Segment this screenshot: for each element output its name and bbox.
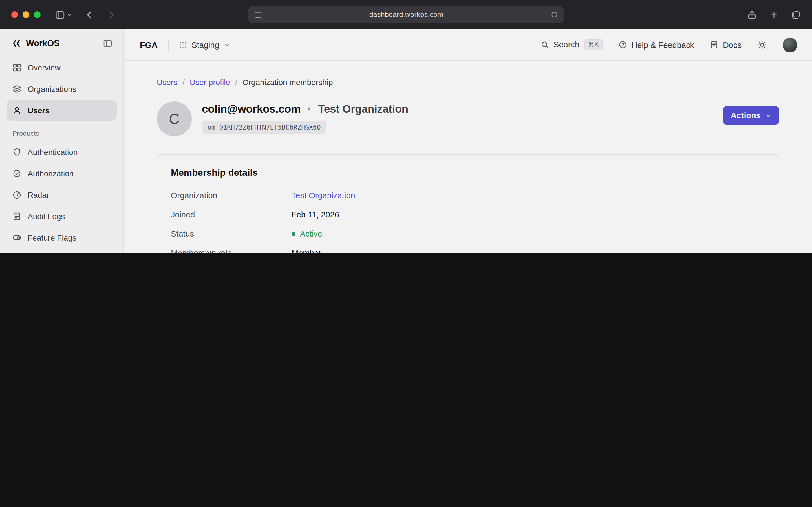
docs-icon [710,41,718,49]
actions-button[interactable]: Actions [723,106,779,125]
sidebar: WorkOS Overview Organizations Users Prod… [0,29,124,253]
detail-row-membership-role: Membership role Member [171,243,765,253]
chevron-down-icon [224,42,230,48]
environment-icon [179,41,187,49]
browser-chrome: dashboard.workos.com [0,0,812,29]
grid-icon [12,63,21,72]
badge-check-icon [12,169,21,178]
page-title-organization: Test Organization [318,103,408,115]
profile-header: C colin@workos.com Test Organization om_… [157,101,779,136]
environment-selector[interactable]: Staging [179,40,230,49]
detail-row-status: Status Active [171,224,765,243]
avatar: C [157,101,192,136]
close-window-button[interactable] [11,11,18,18]
sidebar-item-organizations[interactable]: Organizations [7,79,117,99]
back-button[interactable] [85,10,94,19]
search-button[interactable]: Search ⌘K [541,39,603,50]
new-tab-icon[interactable] [769,10,779,19]
browser-sidebar-toggle[interactable] [55,10,72,19]
sidebar-panel-icon [55,10,65,19]
list-doc-icon [12,212,21,221]
sidebar-section-products: Products [12,129,116,137]
zoom-window-button[interactable] [34,11,41,18]
breadcrumb-separator: / [235,78,238,87]
detail-row-organization: Organization Test Organization [171,186,765,205]
detail-row-joined: Joined Feb 11, 2026 [171,205,765,224]
sidebar-item-authentication[interactable]: Authentication [7,142,117,162]
status-badge: Active [292,229,322,238]
minimize-window-button[interactable] [22,11,29,18]
shield-icon [12,148,21,157]
sidebar-item-pipes[interactable]: Pipes [7,249,117,253]
theme-toggle-sun-icon[interactable] [757,40,767,50]
organization-link[interactable]: Test Organization [292,191,355,200]
sidebar-item-overview[interactable]: Overview [7,57,117,78]
chevron-right-icon [306,106,312,112]
radar-icon [12,190,21,200]
collapse-sidebar-icon[interactable] [103,39,112,48]
page-content: Users / User profile / Organization memb… [124,61,812,253]
user-icon [12,106,21,115]
sidebar-item-feature-flags[interactable]: Feature Flags [7,228,117,248]
breadcrumb: Users / User profile / Organization memb… [157,78,779,87]
layers-icon [12,84,21,94]
help-feedback-button[interactable]: Help & Feedback [618,40,694,49]
sidebar-item-users[interactable]: Users [7,100,117,121]
url-text: dashboard.workos.com [262,11,550,18]
user-avatar[interactable] [783,38,797,52]
page-title-email: colin@workos.com [202,103,301,115]
forward-button[interactable] [107,10,116,19]
breadcrumb-user-profile-link[interactable]: User profile [190,78,230,87]
membership-details-card: Membership details Organization Test Org… [157,154,779,253]
breadcrumb-current: Organization membership [243,78,333,87]
breadcrumb-separator: / [183,78,185,87]
docs-button[interactable]: Docs [710,40,742,49]
app-name: FGA [140,40,158,50]
sidebar-item-audit-logs[interactable]: Audit Logs [7,206,117,226]
chevron-down-icon [67,12,72,17]
question-circle-icon [618,41,627,49]
status-dot [292,232,296,236]
membership-id-chip[interactable]: om_01KH72Z6FHTN7ET5BC6RZHGX6Q [202,121,326,134]
app-header: FGA Staging Search ⌘K Help & Feedbac [124,29,812,61]
reload-icon[interactable] [550,11,558,18]
tab-overview-icon[interactable] [791,10,801,19]
logo-text: WorkOS [26,38,59,48]
breadcrumb-users-link[interactable]: Users [157,78,177,87]
page-settings-icon[interactable] [254,10,262,19]
membership-details-title: Membership details [171,167,765,178]
search-shortcut-badge: ⌘K [584,39,603,50]
search-icon [541,41,549,49]
url-bar[interactable]: dashboard.workos.com [248,6,564,23]
screen: dashboard.workos.com WorkOS Overview Or [0,0,812,253]
sidebar-item-radar[interactable]: Radar [7,185,117,205]
chevron-down-icon [765,112,771,119]
window-controls [11,11,41,18]
toggle-icon [12,233,21,242]
sidebar-item-authorization[interactable]: Authorization [7,163,117,184]
share-icon[interactable] [747,10,757,19]
divider [168,39,168,50]
workos-logo [11,38,21,48]
